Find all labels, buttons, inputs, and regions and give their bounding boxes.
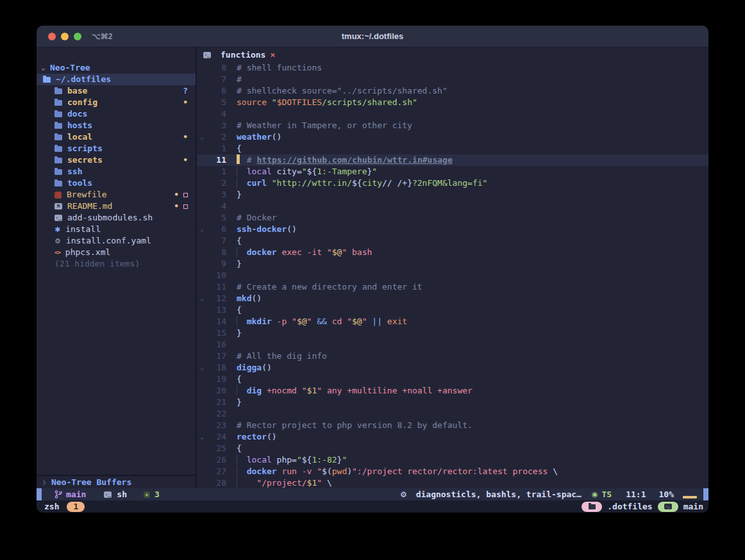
code-line[interactable]: 7{	[197, 235, 708, 247]
code-line[interactable]: 6# shellcheck source="../scripts/shared.…	[197, 85, 708, 97]
code-line[interactable]: 15}	[197, 327, 708, 339]
fold-chevron-icon[interactable]: ⌄	[197, 431, 207, 443]
code-line[interactable]: 27▏ docker run -v "$(pwd)":/project rect…	[197, 466, 708, 477]
code-line[interactable]: 20▏ dig +nocmd "$1" any +multiline +noal…	[197, 385, 708, 397]
tree-item-phpcs.xml[interactable]: <>phpcs.xml	[37, 247, 196, 258]
fold-chevron-icon[interactable]: ⌄	[197, 131, 207, 143]
line-number: 18	[207, 362, 226, 374]
file-tree: ~/.dotfilesbase?config•docshostslocal•sc…	[37, 74, 196, 270]
fold-column	[197, 177, 207, 189]
added-count: 3	[155, 490, 160, 499]
code-line[interactable]: ⌄12mkd()	[197, 293, 708, 304]
code-text: # Weather in Tampere, or other city	[226, 120, 412, 131]
tree-item-docs[interactable]: docs	[37, 108, 196, 120]
tree-item-base[interactable]: base?	[37, 85, 196, 97]
code-line[interactable]: 8▏ docker exec -it "$@" bash	[197, 247, 708, 258]
close-window-button[interactable]	[48, 33, 56, 40]
code-line[interactable]: 17# All the dig info	[197, 350, 708, 362]
tree-item-label: config	[67, 97, 97, 108]
xml-icon: <>	[54, 249, 60, 256]
code-line[interactable]: ⌄18digga()	[197, 362, 708, 374]
tree-item--.dotfiles[interactable]: ~/.dotfiles	[37, 74, 196, 85]
treesitter-label: TS	[602, 490, 612, 499]
code-line[interactable]: 14▏ mkdir -p "$@" && cd "$@" || exit	[197, 316, 708, 327]
code-line[interactable]: 1▏ local city="${1:-Tampere}"	[197, 166, 708, 177]
code-line[interactable]: 19{	[197, 374, 708, 385]
line-number: 17	[207, 350, 226, 362]
git-added-segment: + 3	[144, 490, 160, 499]
code-line[interactable]: 26▏ local php="${1:-82}"	[197, 454, 708, 466]
code-line[interactable]: 21}	[197, 397, 708, 408]
code-line[interactable]: 4	[197, 108, 708, 120]
code-line[interactable]: 16	[197, 339, 708, 350]
fold-column	[197, 85, 207, 97]
code-line[interactable]: 22	[197, 408, 708, 420]
tree-item-config[interactable]: config•	[37, 97, 196, 108]
zoom-window-button[interactable]	[74, 33, 81, 40]
fold-chevron-icon[interactable]: ⌄	[197, 362, 207, 374]
code-line[interactable]: 3# Weather in Tampere, or other city	[197, 120, 708, 131]
tree-item-tools[interactable]: tools	[37, 177, 196, 189]
fold-chevron-icon[interactable]: ⌄	[197, 293, 207, 304]
code-text	[226, 339, 242, 350]
neotree-header-row[interactable]: ⌄ Neo-Tree	[37, 62, 196, 74]
code-line[interactable]: 3}	[197, 189, 708, 201]
tree-item-brewfile[interactable]: Brewfile•	[37, 189, 196, 201]
code-line-current[interactable]: 11 # https://github.com/chubin/wttr.in#u…	[197, 154, 708, 166]
code-line[interactable]: 13{	[197, 304, 708, 316]
code-line[interactable]: 2▏ curl "http://wttr.in/${city// /+}?2nF…	[197, 177, 708, 189]
tree-item-local[interactable]: local•	[37, 131, 196, 143]
git-modified-badge: •	[183, 154, 188, 166]
window-title: tmux:~/.dotfiles	[37, 31, 708, 41]
tree-item-label: docs	[67, 108, 87, 120]
tree-item-add-submodules.sh[interactable]: ›_add-submodules.sh	[37, 212, 196, 224]
code-text: ▏ local city="${1:-Tampere}"	[226, 166, 377, 177]
tree-item-install[interactable]: ✱install	[37, 224, 196, 235]
tree-item-readme.md[interactable]: MREADME.md•	[37, 201, 196, 212]
tmux-session-segment[interactable]: .dotfiles	[582, 502, 652, 512]
code-line[interactable]: ⌄6ssh-docker()	[197, 224, 708, 235]
tmux-session-name: .dotfiles	[607, 502, 652, 511]
code-text: ▏ local php="${1:-82}"	[226, 454, 347, 466]
tmux-status-bar: zsh 1 .dotfiles ›_ main	[37, 500, 708, 513]
buffer-tab-functions[interactable]: ›_ functions ×	[203, 49, 275, 61]
main-content: ⌄ Neo-Tree ~/.dotfilesbase?config•docsho…	[37, 47, 708, 488]
tree-item-scripts[interactable]: scripts	[37, 143, 196, 154]
code-line[interactable]: 5source "$DOTFILES/scripts/shared.sh"	[197, 97, 708, 108]
line-number: 24	[207, 431, 226, 443]
tmux-branch-segment[interactable]: ›_ main	[658, 502, 703, 512]
code-line[interactable]: ⌄24rector()	[197, 431, 708, 443]
fold-column	[197, 466, 207, 477]
code-line[interactable]: 7#	[197, 74, 708, 85]
line-number: 6	[207, 85, 226, 97]
tree-item-install.conf.yaml[interactable]: ⚙install.conf.yaml	[37, 235, 196, 247]
code-text: }	[226, 189, 242, 201]
code-line[interactable]: 1{	[197, 143, 708, 154]
tree-item-secrets[interactable]: secrets•	[37, 154, 196, 166]
code-line[interactable]: 8# shell functions	[197, 62, 708, 74]
code-buffer[interactable]: 8# shell functions 7# 6# shellcheck sour…	[197, 62, 708, 488]
code-line[interactable]: 10	[197, 270, 708, 281]
folder-icon	[54, 88, 62, 94]
git-untracked-badge: ?	[183, 85, 188, 97]
code-line[interactable]: ⌄2weather()	[197, 131, 708, 143]
code-line[interactable]: 25{	[197, 443, 708, 454]
fold-chevron-icon[interactable]: ⌄	[197, 224, 207, 235]
indent-guide: ▏	[237, 167, 247, 176]
tree-item-ssh[interactable]: ssh	[37, 166, 196, 177]
minimize-window-button[interactable]	[61, 33, 69, 40]
code-line[interactable]: 23# Rector project to php version 8.2 by…	[197, 420, 708, 431]
tree-item-hosts[interactable]: hosts	[37, 120, 196, 131]
code-line[interactable]: 5# Docker	[197, 212, 708, 224]
code-text: {	[226, 374, 242, 385]
indent-guide: ▏	[237, 247, 247, 257]
code-line[interactable]: 4	[197, 201, 708, 212]
code-line[interactable]: 11# Create a new directory and enter it	[197, 281, 708, 293]
close-buffer-icon[interactable]: ×	[270, 49, 275, 61]
filetype-segment: ›_ sh	[104, 490, 127, 499]
tmux-window-index-badge[interactable]: 1	[67, 502, 85, 512]
neotree-buffers-row[interactable]: ❯ Neo-Tree Buffers	[37, 475, 196, 488]
code-line[interactable]: 9}	[197, 258, 708, 270]
code-line[interactable]: 28▏ "/project/$1" \	[197, 477, 708, 488]
code-text: # All the dig info	[226, 350, 327, 362]
